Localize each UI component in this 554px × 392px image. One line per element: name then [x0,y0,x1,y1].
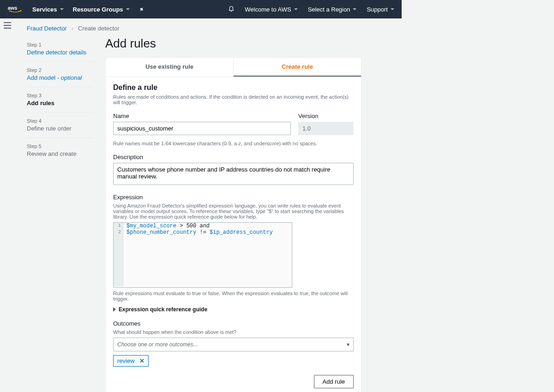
chevron-down-icon [60,8,64,10]
step-title: Define detector details [27,49,93,56]
pin-icon: ✦ [137,5,146,14]
expression-editor[interactable]: 1 $my_model_score > 500 and 2 $phone_num… [113,222,292,288]
hamburger-icon [4,22,11,29]
step-label: Step 4 [27,118,93,124]
chevron-down-icon [391,8,394,10]
step-title-optional: - optional [55,74,82,81]
chevron-down-icon [126,8,130,10]
chevron-down-icon: ▾ [347,341,349,348]
wizard-step-1[interactable]: Step 1 Define detector details [27,36,93,61]
outcomes-placeholder: Choose one or more outcomes... [117,341,198,348]
chevron-down-icon [294,8,298,10]
tab-use-existing[interactable]: Use existing rule [106,58,234,77]
page-title: Add rules [105,36,361,51]
pin-shortcut[interactable]: ✦ [139,6,145,13]
global-nav: aws Services Resource Groups ✦ Welcome t… [0,0,402,18]
nav-services[interactable]: Services [32,6,64,13]
svg-rect-3 [4,28,11,29]
svg-rect-2 [4,25,11,26]
nav-account[interactable]: Welcome to AWS [245,6,297,13]
notifications-button[interactable] [228,6,235,13]
sidebar-toggle[interactable] [4,22,11,30]
svg-text:aws: aws [8,5,18,11]
name-hint: Rule names must be 1-64 lowercase charac… [113,141,354,146]
step-title: Add model - optional [27,74,93,81]
code-line-2: $phone_number_country != $ip_address_cou… [124,229,273,236]
expression-label: Expression [113,194,354,201]
wizard-step-5: Step 5 Review and create [27,137,93,163]
svg-rect-1 [4,22,11,23]
breadcrumb-current: Create detector [78,25,120,32]
description-label: Description [113,154,354,160]
expression-hint: Rule expressions must evaluate to true o… [113,291,354,302]
section-description: Rules are made of conditions and actions… [113,94,354,105]
nav-support-label: Support [367,6,388,13]
nav-services-label: Services [32,6,57,13]
breadcrumb-root[interactable]: Fraud Detector [27,25,67,32]
expander-label: Expression quick reference guide [119,306,207,313]
tab-create-rule[interactable]: Create rule [234,58,361,77]
section-heading: Define a rule [113,83,354,92]
step-label: Step 2 [27,67,93,73]
triangle-right-icon [113,307,116,312]
nav-region[interactable]: Select a Region [308,6,357,13]
rule-description-input[interactable] [113,163,354,185]
nav-support[interactable]: Support [367,6,394,13]
add-rule-button[interactable]: Add rule [314,375,354,388]
expression-help: Using Amazon Fraud Detector's simplified… [113,203,354,220]
expression-reference-expander[interactable]: Expression quick reference guide [113,306,354,313]
wizard-step-2[interactable]: Step 2 Add model - optional [27,61,93,87]
outcomes-select[interactable]: Choose one or more outcomes... ▾ [113,338,354,351]
name-label: Name [113,113,291,119]
wizard-steps: Step 1 Define detector details Step 2 Ad… [14,36,95,392]
chevron-right-icon: › [72,25,73,32]
version-label: Version [298,113,354,119]
remove-chip-button[interactable]: ✕ [139,357,145,364]
wizard-step-4: Step 4 Define rule order [27,112,93,137]
step-title: Add rules [27,100,93,107]
breadcrumb: Fraud Detector › Create detector [0,18,402,36]
rule-name-input[interactable] [113,122,291,135]
chevron-down-icon [353,8,356,10]
rule-tabs: Use existing rule Create rule [106,58,361,77]
nav-account-label: Welcome to AWS [245,6,291,13]
line-number: 2 [114,229,124,236]
chip-label: review [117,357,135,364]
line-number: 1 [114,223,124,229]
step-label: Step 1 [27,42,93,48]
rule-version-input [298,122,354,135]
nav-resource-groups-label: Resource Groups [73,6,123,13]
bell-icon [228,6,235,12]
step-label: Step 5 [27,143,93,149]
nav-region-label: Select a Region [308,6,350,13]
step-title-text: Add model [27,74,55,81]
outcome-chip-review: review ✕ [113,355,149,367]
nav-resource-groups[interactable]: Resource Groups [73,6,130,13]
code-line-1: $my_model_score > 500 and [124,223,210,229]
step-title: Define rule order [27,125,93,132]
aws-logo[interactable]: aws [7,5,23,14]
outcomes-label: Outcomes [113,320,354,327]
step-label: Step 3 [27,93,93,98]
wizard-step-3: Step 3 Add rules [27,87,93,112]
outcomes-help: What should happen when the condition ab… [113,329,354,335]
rule-panel: Use existing rule Create rule Define a r… [105,57,361,392]
step-title: Review and create [27,150,93,157]
